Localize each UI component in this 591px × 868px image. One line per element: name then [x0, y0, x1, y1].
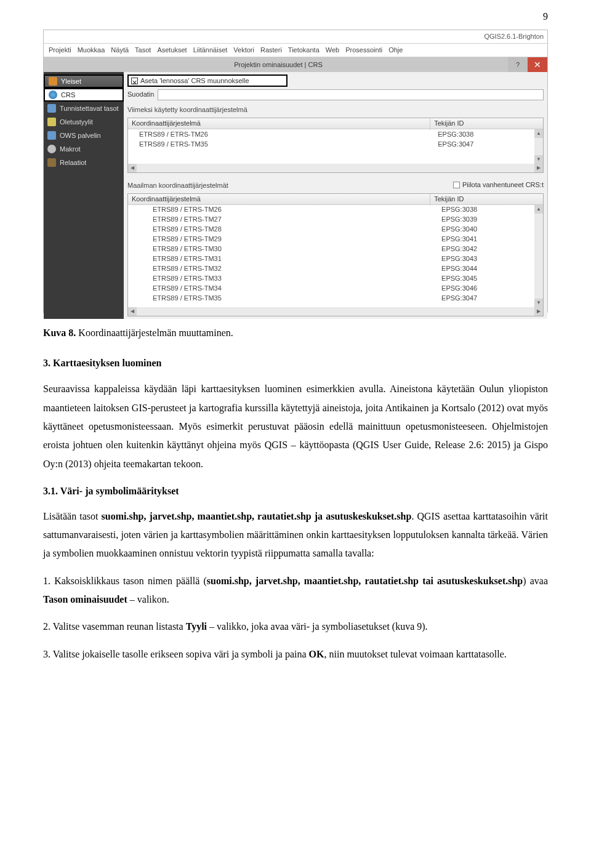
page-number: 9	[43, 0, 548, 30]
otf-checkbox-row[interactable]: Aseta 'lennossa' CRS muunnokselle	[127, 74, 287, 87]
hide-deprecated-checkbox[interactable]: Piilota vanhentuneet CRS:t	[453, 179, 544, 191]
scroll-left-icon[interactable]: ◀	[128, 307, 137, 316]
dialog-sidebar: Yleiset CRS Tunnistettavat tasot Oletust…	[44, 72, 124, 319]
scroll-left-icon[interactable]: ◀	[128, 164, 137, 172]
table-row[interactable]: ETRS89 / ETRS-TM35 EPSG:3047	[128, 139, 543, 149]
world-rows-container: ETRS89 / ETRS-TM26EPSG:3038ETRS89 / ETRS…	[128, 205, 543, 307]
scroll-right-icon[interactable]: ▶	[534, 164, 543, 172]
scrollbar-horizontal[interactable]: ◀ ▶	[128, 307, 543, 316]
sidebar-label: Tunnistettavat tasot	[60, 102, 119, 115]
menu-tasot[interactable]: Tasot	[135, 44, 151, 57]
paragraph: Lisätään tasot suomi.shp, jarvet.shp, ma…	[43, 507, 548, 563]
sidebar-item-crs[interactable]: CRS	[44, 88, 124, 102]
world-label: Maailman koordinaattijärjestelmät	[127, 179, 228, 192]
col-id: Tekijän ID	[430, 118, 543, 130]
recent-crs-table: Koordinaattijärjestelmä Tekijän ID ETRS8…	[127, 118, 544, 173]
dialog-title: Projektin ominaisuudet | CRS	[49, 58, 508, 71]
scrollbar-horizontal[interactable]: ◀ ▶	[128, 164, 543, 172]
dialog-close-button[interactable]: ✕	[528, 57, 547, 72]
world-crs-table: Koordinaattijärjestelmä Tekijän ID ETRS8…	[127, 193, 544, 316]
otf-label: Aseta 'lennossa' CRS muunnokselle	[140, 74, 249, 87]
menu-ohje[interactable]: Ohje	[388, 44, 403, 57]
heading-3-1: 3.1. Väri- ja symbolimääritykset	[43, 482, 548, 500]
globe-icon	[49, 90, 57, 99]
col-crs: Koordinaattijärjestelmä	[128, 118, 430, 130]
scroll-down-icon[interactable]: ▼	[534, 299, 543, 307]
col-id: Tekijän ID	[430, 193, 543, 206]
paragraph: 1. Kaksoisklikkaus tason nimen päällä (s…	[43, 572, 548, 609]
scroll-up-icon[interactable]: ▲	[534, 205, 543, 214]
figure-caption: Kuva 8. Koordinaattijärjestelmän muuttam…	[43, 324, 548, 342]
menubar[interactable]: Projekti Muokkaa Näytä Tasot Asetukset L…	[44, 44, 547, 57]
menu-tietokanta[interactable]: Tietokanta	[288, 44, 320, 57]
sidebar-label: Relaatiot	[60, 156, 86, 169]
dialog-help-button[interactable]: ?	[508, 57, 528, 72]
sidebar-item-yleiset[interactable]: Yleiset	[44, 74, 124, 88]
menu-liitannaiset[interactable]: Liitännäiset	[193, 44, 228, 57]
dialog-main: Aseta 'lennossa' CRS muunnokselle Suodat…	[124, 72, 547, 319]
relation-icon	[47, 158, 56, 167]
table-row[interactable]: ETRS89 / ETRS-TM35EPSG:3047	[128, 294, 543, 303]
scrollbar-vertical[interactable]: ▲ ▼	[534, 205, 543, 307]
scrollbar-vertical[interactable]: ▲ ▼	[534, 129, 543, 164]
filter-label: Suodatin	[127, 88, 154, 101]
filter-row: Suodatin	[127, 88, 544, 101]
table-header: Koordinaattijärjestelmä Tekijän ID	[128, 118, 543, 129]
sidebar-item-relaatiot[interactable]: Relaatiot	[44, 156, 124, 169]
menu-asetukset[interactable]: Asetukset	[157, 44, 187, 57]
paragraph: 3. Valitse jokaiselle tasolle erikseen s…	[43, 645, 548, 664]
sidebar-label: Yleiset	[61, 75, 81, 88]
dialog-titlebar: Projektin ominaisuudet | CRS ? ✕	[44, 57, 547, 72]
sidebar-label: OWS palvelin	[60, 129, 101, 142]
menu-projekti[interactable]: Projekti	[49, 44, 71, 57]
dialog-body: Yleiset CRS Tunnistettavat tasot Oletust…	[44, 72, 547, 319]
server-icon	[47, 131, 56, 140]
heading-3: 3. Karttaesityksen luominen	[43, 354, 548, 372]
sidebar-item-tunnistettavat[interactable]: Tunnistettavat tasot	[44, 102, 124, 115]
hide-label: Piilota vanhentuneet CRS:t	[462, 179, 544, 191]
scroll-down-icon[interactable]: ▼	[534, 155, 543, 164]
window-titlebar: QGIS2.6.1-Brighton	[44, 30, 547, 44]
sidebar-item-oletustyylit[interactable]: Oletustyylit	[44, 115, 124, 129]
scroll-right-icon[interactable]: ▶	[534, 307, 543, 316]
menu-prosessointi[interactable]: Prosessointi	[345, 44, 382, 57]
sidebar-label: CRS	[61, 89, 75, 102]
recent-label: Viimeksi käytetty koordinaattijärjestelm…	[127, 103, 544, 116]
checkbox-icon	[131, 78, 138, 84]
filter-input[interactable]	[158, 89, 544, 100]
table-header: Koordinaattijärjestelmä Tekijän ID	[128, 194, 543, 205]
paragraph: Seuraavissa kappaleissa käydään läpi kar…	[43, 380, 548, 473]
menu-muokkaa[interactable]: Muokkaa	[78, 44, 105, 57]
gear-icon	[47, 145, 56, 153]
wrench-icon	[49, 77, 57, 86]
sidebar-item-makrot[interactable]: Makrot	[44, 142, 124, 156]
sidebar-label: Oletustyylit	[60, 116, 93, 129]
layers-icon	[47, 104, 56, 113]
sidebar-item-ows[interactable]: OWS palvelin	[44, 129, 124, 142]
palette-icon	[47, 118, 56, 126]
checkbox-icon	[453, 182, 460, 188]
menu-web[interactable]: Web	[326, 44, 339, 57]
paragraph: 2. Valitse vasemman reunan listasta Tyyl…	[43, 617, 548, 636]
window-title: QGIS2.6.1-Brighton	[484, 30, 544, 43]
menu-nayta[interactable]: Näytä	[111, 44, 129, 57]
sidebar-label: Makrot	[60, 143, 81, 156]
col-crs: Koordinaattijärjestelmä	[128, 193, 430, 206]
caption-number: Kuva 8.	[43, 328, 76, 338]
menu-vektori[interactable]: Vektori	[233, 44, 254, 57]
qgis-screenshot: QGIS2.6.1-Brighton Projekti Muokkaa Näyt…	[43, 30, 548, 313]
menu-rasteri[interactable]: Rasteri	[260, 44, 282, 57]
scroll-up-icon[interactable]: ▲	[534, 129, 543, 138]
